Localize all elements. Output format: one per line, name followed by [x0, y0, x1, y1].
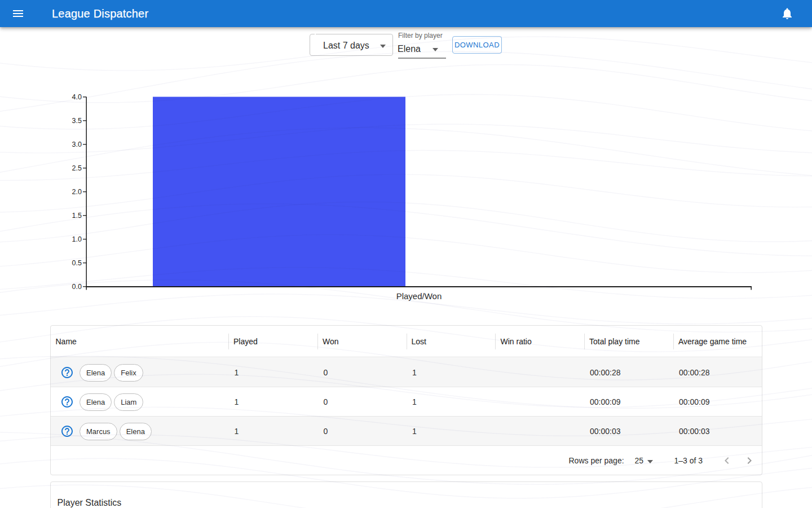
svg-text:Played/Won: Played/Won	[396, 291, 442, 301]
svg-text:3.5: 3.5	[72, 117, 82, 125]
svg-text:1.0: 1.0	[72, 235, 82, 243]
svg-text:3.0: 3.0	[72, 141, 82, 148]
svg-text:1.5: 1.5	[72, 212, 82, 220]
svg-text:2.5: 2.5	[72, 164, 82, 172]
svg-text:0.0: 0.0	[72, 283, 82, 291]
svg-text:2.0: 2.0	[72, 188, 82, 196]
svg-text:0.5: 0.5	[72, 259, 82, 267]
svg-text:4.0: 4.0	[72, 93, 82, 101]
